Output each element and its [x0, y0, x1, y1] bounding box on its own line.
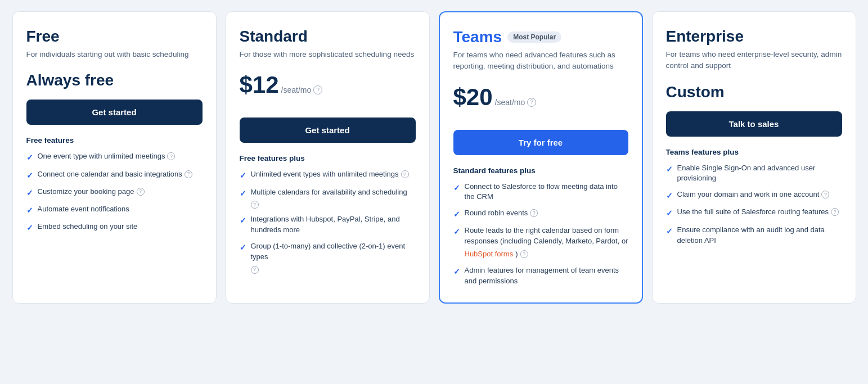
- feature-text: Ensure compliance with an audit log and …: [677, 225, 842, 246]
- feature-item: ✓Route leads to the right calendar based…: [453, 225, 628, 260]
- check-icon: ✓: [453, 266, 460, 277]
- check-icon: ✓: [26, 170, 33, 181]
- feature-text: Route leads to the right calendar based …: [465, 225, 628, 260]
- features-label-free: Free features: [26, 136, 203, 144]
- price-help-icon[interactable]: ?: [527, 98, 536, 107]
- feature-text: Connect to Salesforce to flow meeting da…: [465, 182, 628, 203]
- plan-name-standard: Standard: [240, 28, 416, 46]
- feature-help-icon[interactable]: ?: [251, 266, 259, 274]
- check-icon: ✓: [240, 188, 246, 199]
- feature-text: Unlimited event types with unlimited mee…: [251, 169, 409, 180]
- plan-name-teams: TeamsMost Popular: [453, 28, 628, 46]
- pricing-card-free: FreeFor individuals starting out with ba…: [12, 11, 217, 304]
- feature-text: Enable Single Sign-On and advanced user …: [677, 163, 842, 184]
- price-sub-teams: /seat/mo ?: [495, 98, 537, 107]
- check-icon: ✓: [666, 207, 673, 219]
- plan-description-enterprise: For teams who need enterprise-level secu…: [666, 49, 842, 72]
- features-label-teams: Standard features plus: [453, 166, 628, 175]
- feature-text: Admin features for management of team ev…: [465, 265, 628, 287]
- feature-item: ✓Ensure compliance with an audit log and…: [666, 225, 842, 246]
- feature-item: ✓Customize your booking page ?: [26, 187, 203, 198]
- feature-help-icon[interactable]: ?: [167, 152, 175, 160]
- feature-help-icon[interactable]: ?: [821, 191, 829, 198]
- features-label-enterprise: Teams features plus: [666, 148, 842, 156]
- feature-text: Integrations with Hubspot, PayPal, Strip…: [251, 214, 416, 236]
- plan-description-standard: For those with more sophisticated schedu…: [240, 49, 416, 60]
- feature-text: Automate event notifications: [38, 204, 129, 215]
- feature-item: ✓Automate event notifications: [26, 204, 203, 216]
- check-icon: ✓: [240, 242, 246, 253]
- feature-text: Use the full suite of Salesforce routing…: [677, 207, 839, 218]
- price-row-teams: $20/seat/mo ?: [453, 84, 628, 113]
- feature-list-teams: ✓Connect to Salesforce to flow meeting d…: [453, 182, 628, 287]
- feature-list-enterprise: ✓Enable Single Sign-On and advanced user…: [666, 163, 842, 246]
- check-icon: ✓: [240, 170, 246, 181]
- plan-price-enterprise: Custom: [666, 83, 842, 101]
- check-icon: ✓: [26, 222, 33, 233]
- plan-description-free: For individuals starting out with basic …: [26, 49, 203, 60]
- check-icon: ✓: [666, 190, 673, 201]
- feature-list-standard: ✓Unlimited event types with unlimited me…: [240, 169, 416, 274]
- feature-text: Multiple calendars for availability and …: [251, 187, 416, 209]
- feature-text: Customize your booking page ?: [38, 187, 145, 197]
- plan-name-free: Free: [26, 28, 203, 46]
- cta-button-teams[interactable]: Try for free: [453, 130, 628, 155]
- feature-item: ✓Group (1-to-many) and collective (2-on-…: [240, 241, 416, 274]
- price-row-standard: $12/seat/mo ?: [240, 71, 416, 101]
- feature-text: Embed scheduling on your site: [38, 222, 138, 232]
- feature-item: ✓Multiple calendars for availability and…: [240, 187, 416, 209]
- feature-help-icon[interactable]: ?: [530, 209, 538, 217]
- feature-item: ✓Embed scheduling on your site: [26, 222, 203, 233]
- check-icon: ✓: [666, 164, 673, 175]
- feature-text: Connect one calendar and basic integrati…: [38, 169, 192, 180]
- plan-description-teams: For teams who need advanced features suc…: [453, 49, 628, 73]
- check-icon: ✓: [453, 226, 460, 237]
- price-amount-standard: $12: [240, 71, 279, 98]
- check-icon: ✓: [240, 215, 246, 226]
- check-icon: ✓: [26, 152, 33, 163]
- cta-button-enterprise[interactable]: Talk to sales: [666, 111, 842, 137]
- feature-item: ✓Admin features for management of team e…: [453, 265, 628, 287]
- feature-item: ✓Enable Single Sign-On and advanced user…: [666, 163, 842, 184]
- check-icon: ✓: [666, 225, 673, 237]
- feature-text: One event type with unlimited meetings ?: [38, 151, 176, 162]
- feature-text: Group (1-to-many) and collective (2-on-1…: [251, 241, 416, 274]
- check-icon: ✓: [453, 182, 460, 193]
- feature-list-free: ✓One event type with unlimited meetings …: [26, 151, 203, 233]
- feature-item: ✓Integrations with Hubspot, PayPal, Stri…: [240, 214, 416, 236]
- feature-help-icon[interactable]: ?: [831, 208, 839, 216]
- price-sub-standard: /seat/mo ?: [281, 85, 323, 94]
- cta-button-standard[interactable]: Get started: [240, 118, 416, 143]
- feature-item: ✓Round robin events ?: [453, 208, 628, 220]
- feature-help-icon[interactable]: ?: [185, 170, 192, 178]
- feature-item: ✓Use the full suite of Salesforce routin…: [666, 207, 842, 219]
- feature-help-icon[interactable]: ?: [137, 188, 145, 196]
- feature-help-icon[interactable]: ?: [401, 170, 409, 178]
- pricing-card-teams: TeamsMost PopularFor teams who need adva…: [439, 11, 643, 304]
- features-label-standard: Free features plus: [240, 154, 416, 162]
- pricing-card-standard: StandardFor those with more sophisticate…: [226, 11, 430, 304]
- price-help-icon[interactable]: ?: [313, 85, 322, 94]
- plan-name-enterprise: Enterprise: [666, 28, 842, 46]
- check-icon: ✓: [453, 209, 460, 220]
- check-icon: ✓: [26, 187, 33, 198]
- feature-text: Round robin events ?: [465, 208, 538, 219]
- pricing-grid: FreeFor individuals starting out with ba…: [12, 11, 856, 304]
- pricing-card-enterprise: EnterpriseFor teams who need enterprise-…: [652, 11, 856, 304]
- feature-item: ✓Claim your domain and work in one accou…: [666, 189, 842, 201]
- most-popular-badge: Most Popular: [507, 31, 561, 43]
- feature-item: ✓One event type with unlimited meetings …: [26, 151, 203, 163]
- check-icon: ✓: [26, 205, 33, 216]
- cta-button-free[interactable]: Get started: [26, 100, 203, 125]
- plan-price-free: Always free: [26, 71, 203, 89]
- feature-text: Claim your domain and work in one accoun…: [677, 189, 830, 200]
- hubspot-link[interactable]: HubSpot forms: [465, 249, 514, 260]
- feature-item: ✓Unlimited event types with unlimited me…: [240, 169, 416, 181]
- feature-help-icon[interactable]: ?: [520, 250, 528, 258]
- price-amount-teams: $20: [453, 84, 493, 111]
- feature-help-icon[interactable]: ?: [251, 201, 259, 209]
- feature-item: ✓Connect one calendar and basic integrat…: [26, 169, 203, 181]
- feature-item: ✓Connect to Salesforce to flow meeting d…: [453, 182, 628, 203]
